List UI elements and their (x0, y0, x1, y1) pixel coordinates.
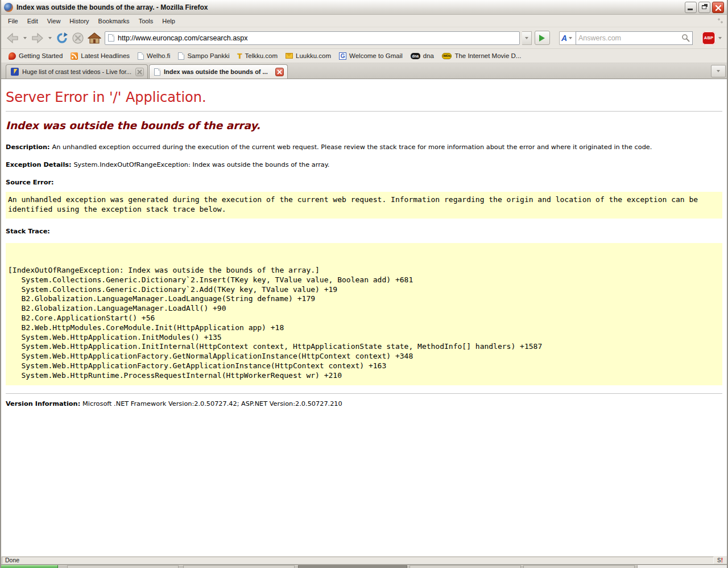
page-icon (138, 52, 144, 60)
stop-button[interactable] (71, 30, 85, 47)
bookmark-label: The Internet Movie D... (454, 52, 521, 59)
bookmark-imdb[interactable]: IMDb The Internet Movie D... (439, 51, 524, 60)
divider (6, 393, 722, 394)
adblock-dropdown-icon[interactable] (718, 37, 722, 39)
bookmark-dna[interactable]: dna dna (408, 51, 437, 60)
bookmark-sampo-pankki[interactable]: Sampo Pankki (175, 51, 232, 61)
close-button[interactable] (712, 2, 724, 13)
tab-crash-test-videos[interactable]: Huge list of crast test videos - Live fo… (6, 64, 148, 79)
firefox-bookmark-icon (9, 52, 16, 60)
taskbar-button[interactable] (183, 565, 295, 568)
restore-button[interactable] (698, 2, 710, 13)
close-icon (715, 5, 722, 11)
bookmark-latest-headlines[interactable]: Latest Headlines (68, 51, 133, 61)
back-button[interactable] (5, 30, 20, 47)
menu-view[interactable]: View (43, 16, 65, 26)
forward-dropdown-icon[interactable] (48, 37, 52, 39)
error-page-title: Server Error in '/' Application. (6, 89, 722, 105)
windows-taskbar (1, 564, 727, 568)
throbber-icon (717, 17, 725, 25)
menu-bookmarks[interactable]: Bookmarks (94, 16, 134, 26)
search-placeholder: Answers.com (578, 34, 681, 42)
chevron-down-icon (569, 37, 572, 39)
bookmark-luukku[interactable]: Luukku.com (283, 51, 334, 60)
stop-icon (72, 32, 84, 44)
title-bar: Index was outside the bounds of the arra… (1, 0, 727, 15)
version-info-label: Version Information: (6, 400, 82, 408)
firefox-app-icon (4, 3, 13, 12)
bookmark-label: Getting Started (19, 52, 63, 59)
status-text-cell: Done (2, 557, 714, 564)
adblock-plus-label: ABP (704, 35, 713, 40)
home-button[interactable] (86, 30, 102, 47)
start-button[interactable] (1, 565, 58, 568)
close-icon (137, 69, 142, 75)
tab-bar: Huge list of crast test videos - Live fo… (1, 63, 727, 79)
tab-close-button[interactable] (135, 68, 144, 76)
go-button[interactable] (535, 31, 550, 45)
forward-button[interactable] (30, 30, 46, 47)
bookmark-telkku[interactable]: T Telkku.com (235, 51, 280, 61)
chevron-down-icon (717, 70, 720, 72)
telkku-icon: T (238, 52, 242, 60)
menu-bar: File Edit View History Bookmarks Tools H… (1, 15, 727, 27)
menu-history[interactable]: History (65, 16, 93, 26)
search-engine-button[interactable]: A (559, 31, 576, 45)
home-icon (88, 32, 101, 44)
tab-server-error[interactable]: Index was outside the bounds of ... (149, 64, 288, 79)
search-input[interactable]: Answers.com (576, 31, 693, 45)
navigation-toolbar: http://www.euroncap.com/carsearch.aspx A… (1, 27, 727, 49)
menu-file[interactable]: File (3, 16, 23, 26)
close-icon (277, 69, 282, 75)
bookmark-welho[interactable]: Welho.fi (135, 51, 173, 61)
status-extension-icon[interactable]: S! (714, 557, 726, 564)
version-info-text: Microsoft .NET Framework Version:2.0.507… (82, 400, 342, 408)
site-favicon (108, 34, 114, 42)
taskbar-button-active[interactable] (298, 565, 407, 568)
minimize-button[interactable] (685, 2, 697, 13)
exception-details-text: System.IndexOutOfRangeException: Index w… (73, 161, 329, 168)
forward-arrow-icon (31, 32, 44, 44)
gmail-icon: G (339, 52, 346, 60)
minimize-icon (688, 9, 693, 10)
bookmark-label: Luukku.com (296, 52, 331, 59)
list-all-tabs-button[interactable] (711, 65, 726, 77)
page-content: Server Error in '/' Application. Index w… (1, 79, 727, 555)
bookmark-label: Telkku.com (245, 52, 278, 59)
back-dropdown-icon[interactable] (23, 37, 27, 39)
source-error-box: An unhandled exception was generated dur… (6, 192, 722, 219)
description-paragraph: Description: An unhandled exception occu… (6, 143, 722, 152)
bookmark-gmail[interactable]: G Welcome to Gmail (336, 51, 406, 61)
description-text: An unhandled exception occurred during t… (52, 143, 652, 151)
menu-tools[interactable]: Tools (134, 16, 158, 26)
adblock-plus-button[interactable]: ABP (702, 31, 715, 45)
liveleak-favicon (11, 68, 19, 76)
page-favicon (154, 68, 160, 76)
stack-trace-label: Stack Trace: (6, 228, 722, 235)
tab-close-button[interactable] (275, 68, 284, 76)
bookmark-label: Welcome to Gmail (349, 52, 403, 59)
bookmark-getting-started[interactable]: Getting Started (6, 51, 65, 61)
menu-edit[interactable]: Edit (23, 16, 43, 26)
status-text: Done (5, 557, 19, 563)
status-bar: Done S! (1, 555, 727, 564)
taskbar-button[interactable] (523, 565, 635, 568)
tab-label: Index was outside the bounds of ... (164, 68, 272, 75)
error-message-heading: Index was outside the bounds of the arra… (6, 120, 722, 131)
reload-button[interactable] (55, 30, 69, 47)
search-icon[interactable] (681, 34, 690, 42)
taskbar-button[interactable] (67, 565, 179, 568)
tab-label: Huge list of crast test videos - Live fo… (22, 68, 132, 75)
url-history-dropdown[interactable] (522, 31, 532, 45)
taskbar-button[interactable] (410, 565, 521, 568)
answers-engine-icon: A (561, 34, 567, 43)
menu-help[interactable]: Help (158, 16, 180, 26)
url-bar[interactable]: http://www.euroncap.com/carsearch.aspx (105, 31, 520, 45)
source-error-label: Source Error: (6, 179, 722, 186)
window-title: Index was outside the bounds of the arra… (16, 3, 683, 11)
envelope-icon (286, 53, 293, 59)
bookmark-label: Latest Headlines (81, 52, 130, 59)
dna-icon: dna (411, 53, 420, 59)
version-info-paragraph: Version Information: Microsoft .NET Fram… (6, 400, 722, 409)
url-text[interactable]: http://www.euroncap.com/carsearch.aspx (118, 34, 248, 42)
